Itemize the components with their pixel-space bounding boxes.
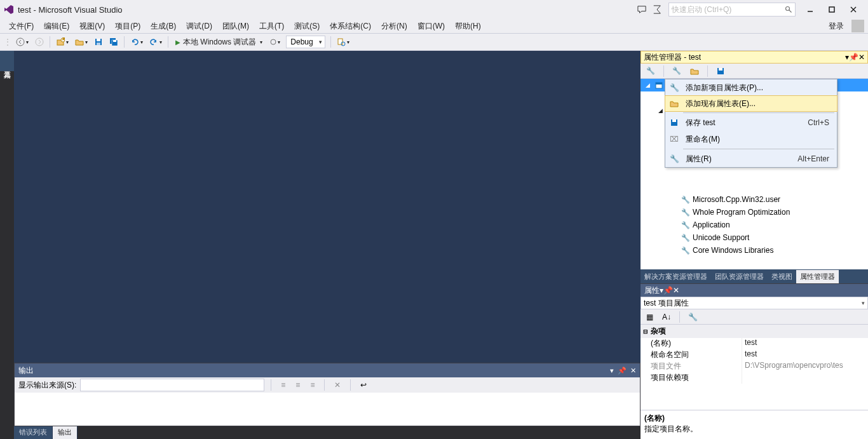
menu-help[interactable]: 帮助(H) (450, 20, 486, 33)
vs-logo-icon (4, 4, 14, 15)
pm-pin-icon[interactable]: 📌 (849, 53, 858, 62)
left-side-tabs: 服务器资源管理器 工具箱 (0, 51, 14, 71)
pm-close-icon[interactable]: ✕ (858, 53, 865, 62)
pm-tb-addexist-icon[interactable] (687, 64, 702, 78)
ctx-rename[interactable]: ⌧ 重命名(M) (665, 131, 837, 147)
find-in-files-button[interactable]: ▾ (334, 35, 353, 49)
config-combo[interactable]: Debug (286, 36, 325, 48)
wrench-icon: 🔧 (681, 221, 690, 229)
ctx-add-existing-sheet[interactable]: 添加现有属性表(E)... (665, 95, 837, 112)
ctx-props-label: 属性(R) (686, 154, 792, 165)
pp-close-icon[interactable]: ✕ (673, 286, 679, 295)
menu-analyze[interactable]: 分析(N) (376, 20, 412, 33)
output-toolbar: 显示输出来源(S): ≡ ≡ ≡ ✕ ↩ (15, 377, 640, 393)
redo-button[interactable]: ▾ (146, 35, 165, 49)
pp-pin-icon[interactable]: 📌 (663, 286, 673, 295)
menu-test[interactable]: 测试(S) (289, 20, 325, 33)
wrench-icon: 🔧 (681, 208, 690, 217)
pp-row-projectfile[interactable]: 项目文件D:\VSprogram\opencvpro\tes (641, 361, 868, 372)
output-source-combo[interactable] (80, 379, 264, 391)
pp-cat-misc[interactable]: ⊟杂项 (641, 325, 868, 338)
feedback-icon[interactable] (634, 2, 649, 17)
menu-bar: 文件(F) 编辑(E) 视图(V) 项目(P) 生成(B) 调试(D) 团队(M… (0, 19, 868, 33)
standard-toolbar: ⋮ ▾ ✱▾ ▾ ▾ ▾ ▶ 本地 Windows 调试器 ▾ ▾ Debug … (0, 33, 868, 51)
menu-arch[interactable]: 体系结构(C) (325, 20, 376, 33)
flag-icon[interactable] (649, 2, 665, 17)
tab-error-list[interactable]: 错误列表 (14, 426, 53, 439)
menu-edit[interactable]: 编辑(E) (39, 20, 74, 33)
sidetab-toolbox[interactable]: 工具箱 (0, 61, 14, 71)
vtab-solution[interactable]: 解决方案资源管理器 (641, 270, 711, 283)
quick-launch-input[interactable]: 快速启动 (Ctrl+Q) (668, 3, 796, 17)
new-project-button[interactable]: ✱▾ (53, 35, 72, 49)
menu-build[interactable]: 生成(B) (146, 20, 181, 33)
undo-button[interactable]: ▾ (127, 35, 146, 49)
tree-expander-icon[interactable]: ◢ (658, 107, 665, 114)
pp-alpha-button[interactable]: A↓ (659, 310, 674, 324)
menu-debug[interactable]: 调试(D) (181, 20, 217, 33)
tree-expander-icon[interactable]: ◢ (646, 82, 652, 88)
minimize-button[interactable] (799, 3, 821, 17)
menu-tools[interactable]: 工具(T) (254, 20, 289, 33)
ctx-save-label: 保存 test (686, 118, 803, 128)
output-close-icon[interactable]: ✕ (630, 367, 636, 375)
output-header: 输出 ▾ 📌 ✕ (15, 363, 640, 377)
pp-categorized-button[interactable]: ▦ (643, 310, 656, 324)
menu-file[interactable]: 文件(F) (4, 20, 39, 33)
user-avatar[interactable] (851, 20, 864, 32)
svg-rect-25 (672, 119, 676, 122)
pp-row-namespace[interactable]: 根命名空间test (641, 349, 868, 361)
pm-tb-addnew-icon[interactable]: 🔧 (669, 64, 684, 78)
pm-tb-save-icon[interactable] (713, 64, 728, 78)
output-clear-button: ✕ (331, 378, 344, 392)
output-btn3: ≡ (307, 378, 318, 392)
properties-object-combo[interactable]: test 项目属性 ▾ (641, 297, 868, 309)
tree-leaf-3[interactable]: 🔧Unicode Support (641, 231, 868, 244)
menu-view[interactable]: 视图(V) (74, 20, 110, 33)
ctx-add-new-sheet[interactable]: 🔧 添加新项目属性表(P)... (665, 79, 837, 96)
ctx-sep2 (683, 149, 834, 149)
save-button[interactable] (91, 35, 106, 49)
output-dropdown-icon[interactable]: ▾ (610, 367, 614, 375)
sign-in-link[interactable]: 登录 (824, 20, 849, 33)
pm-tb-wrench-icon[interactable]: 🔧 (643, 64, 658, 78)
tree-leaf-2[interactable]: 🔧Application (641, 219, 868, 231)
wrench-plus-icon: 🔧 (668, 83, 681, 92)
ctx-props-key: Alt+Enter (797, 154, 829, 163)
vtab-class[interactable]: 类视图 (768, 270, 796, 283)
output-btn2: ≡ (292, 378, 303, 392)
menu-team[interactable]: 团队(M) (217, 20, 254, 33)
ctx-sep1 (683, 112, 834, 113)
ctx-add-existing-label: 添加现有属性表(E)... (686, 98, 829, 109)
tree-leaf-0[interactable]: 🔧Microsoft.Cpp.Win32.user (641, 193, 868, 206)
property-manager-toolbar: 🔧 🔧 (641, 64, 868, 79)
vtab-propmgr[interactable]: 属性管理器 (796, 270, 839, 283)
close-button[interactable] (843, 3, 864, 17)
output-pin-icon[interactable]: 📌 (618, 367, 627, 375)
tree-leaf-1[interactable]: 🔧Whole Program Optimization (641, 206, 868, 219)
ctx-save[interactable]: 保存 test Ctrl+S (665, 114, 837, 131)
output-wrap-button[interactable]: ↩ (357, 378, 370, 392)
output-btn1: ≡ (278, 378, 288, 392)
sidetab-server-explorer[interactable]: 服务器资源管理器 (0, 51, 14, 61)
ctx-save-key: Ctrl+S (808, 118, 829, 127)
pp-row-dependencies[interactable]: 项目依赖项 (641, 372, 868, 384)
tab-output[interactable]: 输出 (53, 426, 78, 439)
ctx-properties[interactable]: 🔧 属性(R) Alt+Enter (665, 151, 837, 167)
menu-project[interactable]: 项目(P) (110, 20, 146, 33)
vtab-team[interactable]: 团队资源管理器 (711, 270, 768, 283)
start-debugger-button[interactable]: ▶ 本地 Windows 调试器 ▾ (171, 35, 267, 49)
tree-leaf-4[interactable]: 🔧Core Windows Libraries (641, 244, 868, 257)
save-all-button[interactable] (106, 35, 121, 49)
play-icon: ▶ (175, 39, 180, 46)
debug-target-dropdown[interactable]: ▾ (267, 35, 283, 49)
nav-back-button[interactable]: ▾ (13, 35, 32, 49)
svg-rect-18 (338, 39, 342, 44)
nav-fwd-button[interactable] (32, 35, 47, 49)
open-file-button[interactable]: ▾ (72, 35, 91, 49)
pp-wrench-button[interactable]: 🔧 (685, 310, 701, 324)
pp-row-name[interactable]: (名称)test (641, 338, 868, 349)
right-column: 属性管理器 - test ▾ 📌 ✕ 🔧 🔧 ◢ (641, 51, 868, 439)
menu-window[interactable]: 窗口(W) (412, 20, 450, 33)
maximize-button[interactable] (821, 3, 843, 17)
